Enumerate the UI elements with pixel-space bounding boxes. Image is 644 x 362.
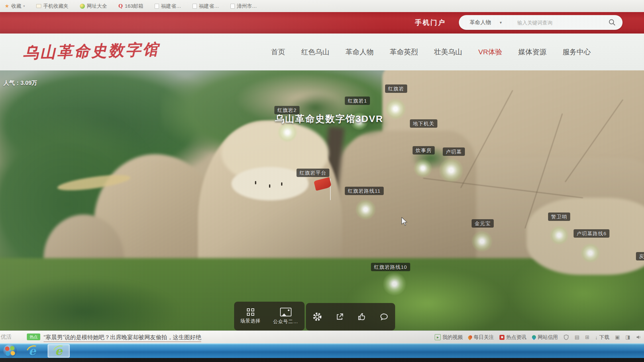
search-category-dropdown[interactable]: 革命人物 ▼	[459, 19, 502, 26]
site-logo[interactable]: 乌山革命史数字馆	[22, 39, 160, 64]
bookmark-favorites[interactable]: ★ 收藏 ▾	[5, 3, 25, 9]
start-button[interactable]	[3, 344, 17, 358]
nav-item-service[interactable]: 服务中心	[562, 47, 591, 57]
vr-scene-title: 乌山革命史数字馆3DVR	[275, 113, 383, 125]
download-arrow-icon: ↓	[595, 335, 598, 340]
flame-icon	[467, 335, 473, 340]
nav-item-home[interactable]: 首页	[271, 47, 285, 57]
comment-button[interactable]	[380, 312, 388, 321]
daily-follow-button[interactable]: 每日关注	[468, 334, 494, 341]
search-category-value: 革命人物	[470, 19, 491, 26]
windows-taskbar: e e	[0, 343, 644, 358]
hotspot-label[interactable]: 红旗岩1	[345, 97, 370, 105]
download-button[interactable]: ↓ 下载	[595, 334, 609, 341]
qr-code-button[interactable]: 公众号二…	[273, 308, 298, 325]
search-button[interactable]	[608, 19, 616, 26]
chevron-down-icon: ▼	[499, 21, 502, 24]
ticker-headline-link[interactable]: “寒晨男”说的是模特她吧？出席晚宴却被网友偷拍，这生图好绝	[44, 334, 201, 342]
hot-news-button[interactable]: 热点资讯	[499, 334, 526, 341]
nav-item-media[interactable]: 媒体资源	[518, 47, 546, 57]
search-bar: 革命人物 ▼	[459, 15, 623, 30]
water-drop-icon	[531, 335, 537, 340]
tray-icon[interactable]: ⊞	[585, 334, 590, 340]
bookmark-label: 福建省…	[161, 3, 181, 9]
scene-select-button[interactable]: 场景选择	[240, 308, 261, 324]
bookmark-zhangzhou[interactable]: 漳州市…	[230, 3, 257, 9]
popularity-counter: 人气：3.09万	[3, 79, 37, 87]
hotspot-label[interactable]: 卢叨墓	[443, 147, 465, 156]
thumbs-up-icon	[358, 312, 366, 321]
hotspot-glow[interactable]	[549, 226, 569, 245]
hotspot-glow[interactable]	[385, 98, 406, 120]
hotspot-label[interactable]: 警卫哨	[548, 213, 570, 221]
screen: ★ 收藏 ▾ 手机收藏夹 网址大全 Q 163邮箱 福建省… 福建省… 漳州市…	[0, 0, 644, 362]
hotspot-label[interactable]: 红旗岩2	[274, 106, 300, 114]
nav-item-figures[interactable]: 革命人物	[345, 47, 374, 57]
bookmark-label: 收藏	[11, 3, 21, 9]
hotspot-glow[interactable]	[355, 199, 376, 220]
page-icon	[230, 4, 235, 9]
comment-icon	[380, 312, 388, 321]
taskbar-ie-button[interactable]: e	[21, 345, 43, 357]
tray-icon[interactable]: ▣	[615, 334, 620, 340]
vr-panorama-viewer[interactable]: 人气：3.09万 乌山革命史数字馆3DVR 红旗岩 红旗岩1 红旗岩2 地下机关…	[0, 70, 644, 330]
tray-icon[interactable]: ▤	[575, 334, 579, 340]
hotspot-label[interactable]: 红旗岩路线11	[345, 187, 384, 195]
status-label: 我的视频	[442, 334, 463, 341]
bookmark-fujian-1[interactable]: 福建省…	[155, 3, 181, 9]
image-icon	[280, 308, 291, 316]
speaker-icon	[636, 335, 641, 340]
status-label: 网站信用	[538, 334, 558, 341]
hotspot-label[interactable]: 地下机关	[410, 119, 437, 128]
my-videos-button[interactable]: ▶ 我的视频	[435, 334, 463, 341]
security-shield-button[interactable]	[564, 335, 569, 340]
bookmarks-bar: ★ 收藏 ▾ 手机收藏夹 网址大全 Q 163邮箱 福建省… 福建省… 漳州市…	[0, 0, 644, 12]
share-button[interactable]	[335, 312, 344, 321]
status-label: 热点资讯	[506, 334, 526, 341]
person-figure	[269, 184, 270, 188]
person-figure	[255, 181, 256, 184]
hotspot-glow[interactable]	[439, 158, 464, 183]
hotspot-glow[interactable]	[383, 272, 406, 296]
folder-icon	[36, 4, 41, 8]
bookmark-163-mail[interactable]: Q 163邮箱	[118, 3, 143, 9]
monitor-bezel	[0, 358, 644, 362]
bookmark-label: 手机收藏夹	[43, 3, 68, 9]
bookmark-mobile-favorites[interactable]: 手机收藏夹	[36, 3, 68, 9]
mobile-portal-link[interactable]: 手机门户	[415, 18, 446, 27]
hotspot-glow[interactable]	[277, 122, 298, 142]
hot-news-icon	[499, 335, 504, 340]
nav-item-vr[interactable]: VR体验	[478, 47, 502, 57]
hotspot-glow[interactable]	[414, 159, 432, 178]
hotspot-label[interactable]: 金元宝	[472, 219, 494, 228]
volume-button[interactable]	[636, 335, 641, 340]
hotspot-glow[interactable]	[471, 231, 493, 252]
search-input[interactable]	[502, 19, 608, 26]
nav-item-martyrs[interactable]: 革命英烈	[390, 47, 418, 57]
bookmark-label: 网址大全	[87, 3, 107, 9]
share-icon	[335, 312, 344, 321]
nav-item-red-wushan[interactable]: 红色乌山	[301, 47, 329, 57]
compass-icon	[80, 4, 85, 9]
hotspot-label[interactable]: 炭	[636, 252, 644, 260]
bookmark-fujian-2[interactable]: 福建省…	[193, 3, 219, 9]
settings-button[interactable]	[313, 312, 322, 321]
shield-icon	[564, 335, 569, 340]
bookmark-site-directory[interactable]: 网址大全	[80, 3, 107, 9]
taskbar-360-browser-button[interactable]: e	[48, 344, 70, 358]
search-icon	[608, 19, 616, 26]
page-icon	[155, 4, 159, 9]
like-button[interactable]	[358, 312, 366, 321]
tray-icon[interactable]: ◨	[626, 334, 630, 340]
hotspot-label[interactable]: 红旗岩	[385, 84, 407, 93]
hotspot-glow[interactable]	[580, 243, 600, 263]
hotspot-label[interactable]: 红旗岩路线10	[371, 263, 410, 271]
hotspot-label[interactable]: 卢叨墓路线6	[574, 229, 609, 238]
green-browser-icon: e	[55, 345, 62, 357]
nav-item-scenic[interactable]: 壮美乌山	[434, 47, 462, 57]
nav-links: 首页 红色乌山 革命人物 革命英烈 壮美乌山 VR体验 媒体资源 服务中心	[271, 34, 591, 70]
hotspot-label[interactable]: 红旗岩平台	[297, 169, 329, 177]
vr-toolbar-left: 场景选择 公众号二…	[234, 302, 305, 330]
hotspot-label[interactable]: 炊事房	[413, 146, 435, 155]
site-credit-button[interactable]: 网站信用	[532, 334, 558, 341]
